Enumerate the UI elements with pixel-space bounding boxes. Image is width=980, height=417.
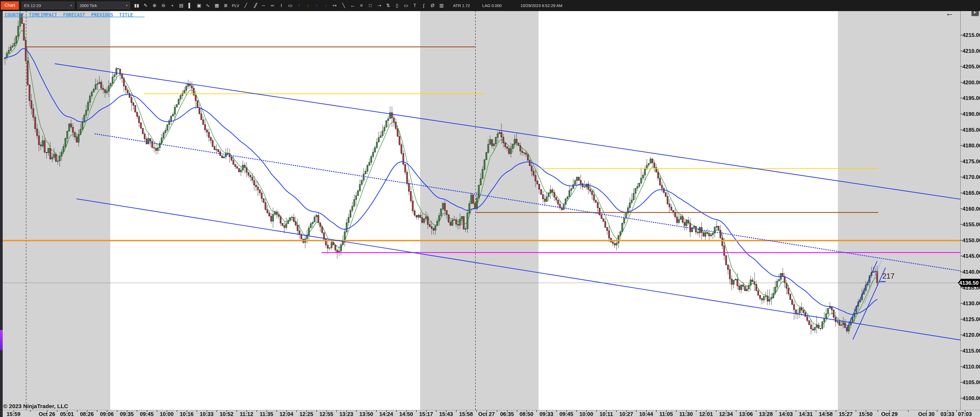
- chart-plot[interactable]: [3, 11, 960, 410]
- candle-body: [88, 102, 89, 110]
- candle-body: [578, 177, 579, 181]
- candle-body: [184, 90, 185, 93]
- candle-body: [608, 231, 610, 238]
- window-left-edge: [0, 11, 3, 417]
- candle-body: [216, 149, 217, 150]
- candle-body: [757, 291, 759, 295]
- arrow-down-green-icon[interactable]: ↓: [305, 3, 310, 8]
- ellipse-slash-icon[interactable]: Ø: [430, 3, 435, 8]
- ruler-icon[interactable]: ▭: [288, 3, 293, 8]
- candle-body: [514, 139, 515, 144]
- arrow-horizontal-icon[interactable]: ↔: [350, 3, 355, 8]
- candle-body: [57, 161, 59, 161]
- time-axis-label: 15:50: [854, 411, 878, 417]
- list-icon[interactable]: ≣: [223, 3, 228, 8]
- candle-body: [10, 47, 11, 51]
- price-axis-tick: [961, 319, 962, 319]
- candle-body: [718, 226, 719, 230]
- candle-body: [163, 133, 164, 138]
- candle-body: [544, 199, 546, 201]
- parallel-lines-icon[interactable]: ╱╱: [252, 3, 257, 8]
- candle-body: [733, 280, 734, 284]
- arrow-up-green-icon[interactable]: ↑: [297, 3, 302, 8]
- time-axis-tick: [187, 410, 187, 412]
- vertical-region-icon[interactable]: ▯: [395, 3, 399, 8]
- panel-icon[interactable]: ▌: [188, 3, 192, 8]
- candle-body: [318, 215, 319, 223]
- data-box-icon[interactable]: ▤: [179, 3, 184, 8]
- trash-icon[interactable]: ▥: [439, 3, 444, 8]
- candle-body: [595, 200, 597, 203]
- candle-body: [225, 154, 226, 157]
- menu-lines-icon[interactable]: ≡: [359, 3, 364, 8]
- candle-body: [95, 85, 96, 89]
- time-axis-tick: [207, 410, 207, 412]
- candle-body: [53, 154, 55, 157]
- dashed-arrow-icon[interactable]: ⇢: [377, 3, 382, 8]
- candle-body: [461, 217, 463, 219]
- candle-body: [240, 170, 242, 172]
- candle-body: [365, 171, 366, 174]
- candle-body: [531, 166, 532, 171]
- time-axis-tick: [626, 410, 627, 412]
- zoom-in-icon[interactable]: ⊕: [152, 3, 157, 8]
- crosshair-icon[interactable]: +: [170, 3, 175, 8]
- price-axis[interactable]: 4215.004210.004205.004200.004195.004190.…: [960, 11, 980, 410]
- candle-body: [191, 86, 192, 88]
- chart-tab[interactable]: Chart: [1, 2, 19, 10]
- interval-select[interactable]: 2000 Tick ▾: [77, 2, 130, 9]
- draw-pencil-icon[interactable]: ✎: [143, 3, 148, 8]
- candle-body: [422, 218, 423, 222]
- arrow-down-red-icon[interactable]: ↓: [323, 3, 328, 8]
- rectangle-icon[interactable]: □: [368, 3, 373, 8]
- zoom-out-icon[interactable]: ⊖: [161, 3, 166, 8]
- time-axis-tick: [746, 410, 746, 412]
- candle-body: [100, 82, 102, 88]
- plv-button[interactable]: PLV: [232, 3, 239, 8]
- time-axis-tick: [965, 410, 966, 412]
- time-axis[interactable]: 15:59Oct 2605:0108:2609:0609:3509:4510:0…: [0, 410, 980, 417]
- candle-body: [261, 193, 262, 198]
- time-axis-tick: [826, 410, 826, 412]
- candle-body: [814, 327, 816, 330]
- candle-body: [353, 200, 355, 206]
- candle-body: [169, 121, 170, 125]
- ray-right-icon[interactable]: ↦: [332, 3, 337, 8]
- price-axis-tick: [961, 398, 962, 398]
- text-cursor-icon[interactable]: I: [279, 3, 284, 8]
- candle-body: [731, 279, 732, 284]
- candle-body: [331, 243, 332, 247]
- horizontal-region-icon[interactable]: ▭: [403, 3, 408, 8]
- candle-body: [314, 217, 315, 222]
- sort-arrows-icon[interactable]: ⇅: [386, 3, 390, 8]
- instrument-select[interactable]: ES 12-23 ▾: [22, 2, 75, 9]
- candle-body: [352, 206, 353, 210]
- candle-body: [82, 122, 83, 129]
- zigzag-icon[interactable]: ∿: [205, 3, 210, 8]
- double-horizontal-line-icon[interactable]: ═: [270, 3, 275, 8]
- path-icon[interactable]: ʃ: [421, 3, 426, 8]
- ray-diagonal-icon[interactable]: ╲: [341, 3, 346, 8]
- candle-body: [97, 84, 98, 85]
- trend-line-icon[interactable]: ╱: [243, 3, 248, 8]
- price-axis-tick: [961, 224, 962, 225]
- text-tool-icon[interactable]: T: [412, 3, 417, 8]
- candle-body: [16, 36, 17, 43]
- candle-body: [529, 160, 530, 166]
- candle-body: [639, 183, 640, 186]
- arrow-up-blue-icon[interactable]: ↑: [315, 3, 319, 8]
- time-axis-tick: [507, 410, 508, 412]
- clipboard-icon[interactable]: ▦: [215, 3, 219, 8]
- candle-body: [274, 212, 275, 214]
- candle-body: [378, 137, 379, 142]
- candle-body: [310, 224, 312, 228]
- time-axis-tick: [766, 410, 767, 412]
- horizontal-line-icon[interactable]: ─: [261, 3, 266, 8]
- price-axis-tick: [961, 256, 962, 256]
- chart-region-icon[interactable]: ▣: [197, 3, 202, 8]
- bar-type-icon[interactable]: ▮▮: [134, 3, 139, 8]
- candle-body: [693, 226, 695, 228]
- candle-body: [839, 322, 840, 325]
- candle-body: [816, 325, 818, 327]
- candle-body: [346, 223, 347, 232]
